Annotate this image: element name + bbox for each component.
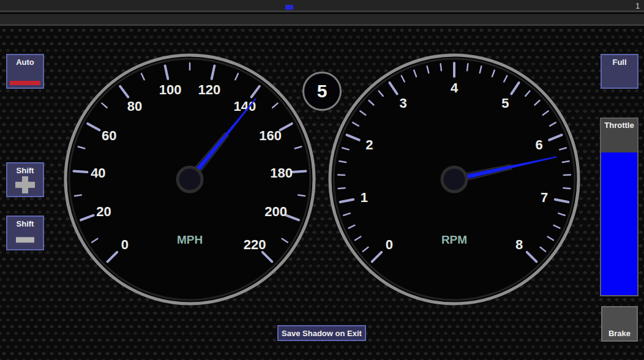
svg-text:MPH: MPH <box>177 233 203 246</box>
auto-button[interactable]: Auto <box>6 54 44 89</box>
shift-up-button[interactable]: Shift <box>6 162 44 197</box>
svg-text:40: 40 <box>91 165 105 181</box>
svg-text:180: 180 <box>270 165 293 181</box>
svg-text:1: 1 <box>361 190 368 205</box>
auto-button-label: Auto <box>16 58 34 67</box>
svg-text:200: 200 <box>264 204 287 219</box>
svg-text:8: 8 <box>515 237 523 252</box>
svg-text:7: 7 <box>541 190 548 205</box>
auto-active-indicator <box>10 81 40 85</box>
speedometer-gauge: 020406080100120140160180200220MPH <box>62 52 317 307</box>
dashboard-screen: 1 Auto Shift Shift Full Throttle Brake 5… <box>0 0 644 360</box>
svg-text:0: 0 <box>386 237 393 252</box>
full-button-label: Full <box>612 58 626 67</box>
top-status-bar: 1 <box>0 0 644 12</box>
svg-text:4: 4 <box>451 80 459 96</box>
svg-text:160: 160 <box>259 128 282 143</box>
svg-text:0: 0 <box>121 237 129 252</box>
throttle-slider[interactable]: Throttle <box>600 118 638 296</box>
svg-text:RPM: RPM <box>441 233 467 246</box>
pager-indicator <box>285 5 293 10</box>
brake-button[interactable]: Brake <box>601 306 638 342</box>
svg-text:3: 3 <box>400 96 407 111</box>
svg-text:120: 120 <box>198 82 221 97</box>
gear-value: 5 <box>317 81 328 102</box>
tachometer-gauge: 012345678RPM <box>327 52 582 307</box>
svg-text:6: 6 <box>535 137 542 152</box>
svg-text:80: 80 <box>127 99 142 114</box>
throttle-fill <box>601 152 637 295</box>
page-number: 1 <box>635 2 640 10</box>
svg-text:2: 2 <box>365 137 373 152</box>
throttle-label: Throttle <box>601 121 637 130</box>
secondary-bar <box>0 14 644 26</box>
save-shadow-label: Save Shadow on Exit <box>282 329 362 338</box>
plus-icon <box>15 176 35 193</box>
shift-down-button[interactable]: Shift <box>6 216 44 250</box>
shift-down-label: Shift <box>17 219 34 228</box>
brake-button-label: Brake <box>602 329 637 338</box>
shift-up-label: Shift <box>17 166 34 175</box>
svg-text:20: 20 <box>96 204 111 219</box>
svg-text:100: 100 <box>159 82 182 97</box>
save-shadow-button[interactable]: Save Shadow on Exit <box>277 325 366 341</box>
svg-text:220: 220 <box>244 237 266 252</box>
minus-icon <box>16 237 34 242</box>
full-button[interactable]: Full <box>601 54 638 89</box>
svg-text:5: 5 <box>501 96 509 111</box>
svg-text:60: 60 <box>102 128 116 143</box>
